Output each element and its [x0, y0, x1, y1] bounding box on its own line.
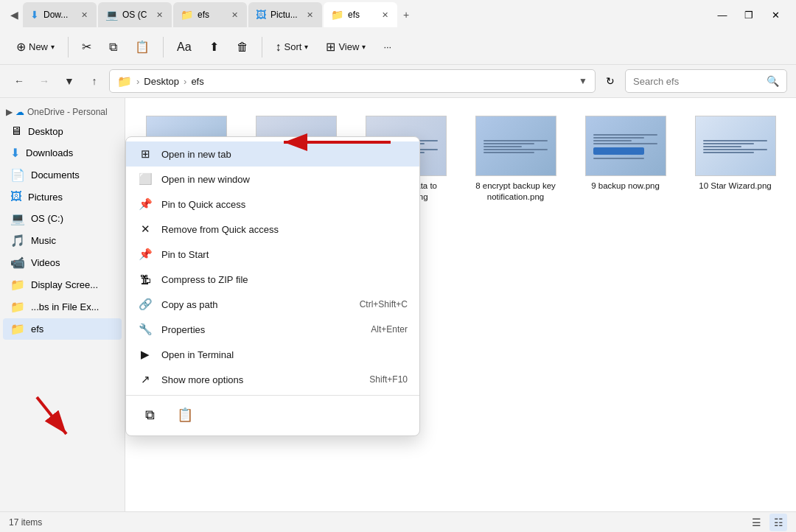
maximize-button[interactable]: ❐ — [737, 7, 761, 23]
search-icon: 🔍 — [767, 75, 779, 87]
tab-close-icon[interactable]: ✕ — [230, 9, 240, 21]
tab-close-icon[interactable]: ✕ — [380, 9, 390, 21]
addr-folder-icon: 📁 — [117, 74, 132, 88]
refresh-button[interactable]: ↻ — [600, 71, 621, 91]
recent-button[interactable]: ▼ — [59, 71, 80, 91]
search-box[interactable]: 🔍 — [625, 69, 787, 93]
address-box[interactable]: 📁 › Desktop › efs ▼ — [109, 69, 596, 93]
addr-dropdown-icon[interactable]: ▼ — [579, 76, 587, 86]
onedrive-header[interactable]: ▶ ☁ OneDrive - Personal — [0, 104, 125, 120]
sidebar-icon: 📁 — [10, 278, 25, 292]
new-button[interactable]: ⊕ New ▾ — [9, 35, 62, 58]
cm-item-remove-quick-access[interactable]: ✕ Remove from Quick access — [126, 217, 419, 242]
copy-button[interactable]: ⧉ — [102, 36, 125, 58]
nav-prev-tab[interactable]: ◀ — [6, 6, 23, 24]
sidebar-item-videos[interactable]: 📹 Videos — [3, 252, 122, 273]
sidebar-item-documents[interactable]: 📄 Documents — [3, 164, 122, 186]
toolbar-separator-3 — [262, 37, 262, 57]
sidebar-label: OS (C:) — [31, 213, 63, 224]
cm-item-copy-path[interactable]: 🔗 Copy as path Ctrl+Shift+C — [126, 292, 419, 317]
sidebar-icon: 📁 — [10, 322, 25, 336]
sort-button[interactable]: ↕ Sort ▾ — [268, 36, 316, 58]
rename-icon: Aa — [177, 41, 192, 54]
cm-bottom-copy-icon[interactable]: ⧉ — [138, 403, 161, 427]
more-button[interactable]: ··· — [376, 37, 399, 57]
tab-tab-downloads[interactable]: ⬇ Dow... ✕ — [23, 2, 97, 27]
file-item[interactable]: 8 encrypt backup key notification.png — [467, 110, 565, 209]
cm-label: Remove from Quick access — [161, 224, 408, 235]
thumb-image — [696, 116, 775, 175]
cm-item-pin-start[interactable]: 📌 Pin to Start — [126, 242, 419, 267]
back-button[interactable]: ← — [9, 71, 29, 91]
sidebar-icon: 🖼 — [10, 190, 22, 203]
file-thumbnail — [695, 116, 776, 176]
sidebar-item-downloads[interactable]: ⬇ Downloads — [3, 142, 122, 164]
delete-button[interactable]: 🗑 — [229, 36, 256, 58]
cm-icon: 📌 — [138, 247, 153, 262]
forward-button[interactable]: → — [34, 71, 55, 91]
sort-label: Sort — [284, 41, 302, 52]
cm-item-pin-quick-access[interactable]: 📌 Pin to Quick access — [126, 192, 419, 217]
cm-item-open-terminal[interactable]: ▶ Open in Terminal — [126, 342, 419, 367]
sidebar-item-osc[interactable]: 💻 OS (C:) — [3, 208, 122, 229]
cm-item-show-more[interactable]: ↗ Show more options Shift+F10 — [126, 367, 419, 392]
add-tab-button[interactable]: + — [399, 6, 413, 24]
cm-item-properties[interactable]: 🔧 Properties Alt+Enter — [126, 317, 419, 342]
search-input[interactable] — [633, 76, 762, 87]
sort-dropdown-icon: ▾ — [304, 43, 308, 51]
tab-tab-osc[interactable]: 💻 OS (C ✕ — [98, 2, 172, 27]
sidebar-item-fileex[interactable]: 📁 ...bs in File Ex... — [3, 296, 122, 318]
more-label: ··· — [383, 41, 391, 52]
close-button[interactable]: ✕ — [764, 7, 787, 23]
cm-icon: ▶ — [138, 347, 153, 362]
sidebar-icon: 📹 — [10, 256, 25, 270]
rename-button[interactable]: Aa — [170, 36, 199, 58]
view-icon: ⊞ — [326, 40, 335, 54]
tab-icon: 🖼 — [256, 9, 266, 21]
sidebar-label: Downloads — [26, 147, 73, 158]
list-view-button[interactable]: ☰ — [747, 514, 765, 531]
cm-label: Show more options — [161, 374, 360, 385]
cm-item-compress-zip[interactable]: 🗜 Compress to ZIP file — [126, 267, 419, 292]
cm-label: Pin to Start — [161, 249, 408, 260]
cm-bottom-paste-icon[interactable]: 📋 — [173, 403, 197, 427]
expand-icon: ▶ — [6, 107, 13, 117]
sidebar-item-displayscreen[interactable]: 📁 Display Scree... — [3, 274, 122, 295]
new-icon: ⊕ — [16, 40, 26, 54]
tab-icon: 💻 — [105, 9, 118, 21]
sidebar-item-pictures[interactable]: 🖼 Pictures — [3, 186, 122, 207]
addr-desktop: Desktop — [144, 76, 179, 87]
view-button[interactable]: ⊞ View ▾ — [318, 35, 373, 58]
share-button[interactable]: ⬆ — [202, 35, 226, 58]
tab-close-icon[interactable]: ✕ — [80, 9, 89, 21]
item-count: 17 items — [9, 517, 42, 528]
sidebar-item-desktop[interactable]: 🖥 Desktop — [3, 121, 122, 141]
tab-icon: ⬇ — [30, 9, 39, 21]
tab-label: efs — [348, 10, 376, 20]
tab-tab-efs[interactable]: 📁 efs ✕ — [324, 2, 397, 27]
cm-icon: ↗ — [138, 372, 153, 387]
paste-button[interactable]: 📋 — [128, 35, 157, 58]
title-bar: ◀ ⬇ Dow... ✕ 💻 OS (C ✕ 📁 efs ✕ 🖼 Pictu..… — [0, 0, 796, 29]
cm-item-open-new-window[interactable]: ⬜ Open in new window — [126, 167, 419, 192]
grid-view-button[interactable]: ☷ — [769, 514, 787, 531]
sidebar-icon: 🎵 — [10, 234, 25, 248]
cm-label: Copy as path — [161, 299, 351, 310]
cm-label: Open in new window — [161, 174, 408, 185]
cm-item-open-new-tab[interactable]: ⊞ Open in new tab — [126, 141, 419, 167]
tab-close-icon[interactable]: ✕ — [155, 9, 164, 21]
sidebar-item-efs[interactable]: 📁 efs — [3, 318, 122, 340]
sidebar-item-music[interactable]: 🎵 Music — [3, 230, 122, 251]
sidebar-icon: ⬇ — [10, 146, 20, 160]
up-button[interactable]: ↑ — [84, 71, 105, 91]
file-item[interactable]: 10 Star Wizard.png — [686, 110, 784, 209]
status-bar: 17 items ☰ ☷ — [0, 511, 796, 532]
sidebar-label: Music — [31, 235, 56, 246]
minimize-button[interactable]: — — [711, 7, 734, 23]
tab-close-icon[interactable]: ✕ — [305, 9, 315, 21]
file-item[interactable]: 9 backup now.png — [576, 110, 674, 209]
tab-tab-efs2[interactable]: 📁 efs ✕ — [173, 2, 247, 27]
cut-button[interactable]: ✂ — [74, 35, 99, 58]
sidebar-icon: 🖥 — [10, 125, 22, 138]
tab-tab-pictures[interactable]: 🖼 Pictu... ✕ — [248, 2, 322, 27]
